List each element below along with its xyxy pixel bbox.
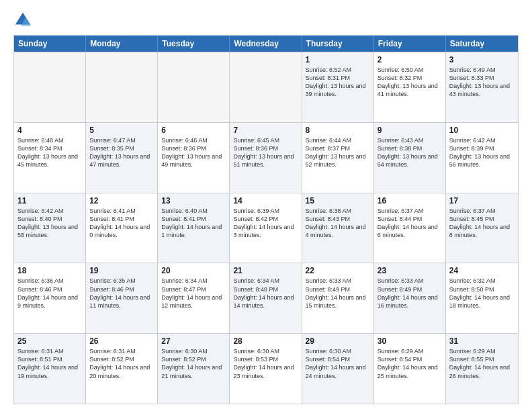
day-number: 26: [89, 336, 154, 346]
day-cell-19: 19Sunrise: 6:35 AM Sunset: 8:46 PM Dayli…: [86, 263, 158, 333]
day-number: 7: [233, 126, 298, 135]
empty-cell-0-0: [14, 52, 86, 122]
day-number: 31: [449, 336, 515, 346]
day-number: 2: [378, 55, 442, 64]
logo-icon: [13, 11, 32, 30]
day-number: 21: [233, 266, 298, 275]
calendar-row-1: 4Sunrise: 6:48 AM Sunset: 8:34 PM Daylig…: [14, 122, 518, 193]
day-number: 24: [449, 266, 515, 275]
day-info: Sunrise: 6:32 AM Sunset: 8:50 PM Dayligh…: [449, 277, 515, 310]
day-info: Sunrise: 6:37 AM Sunset: 8:44 PM Dayligh…: [378, 207, 442, 240]
day-number: 11: [17, 196, 82, 205]
day-info: Sunrise: 6:33 AM Sunset: 8:49 PM Dayligh…: [378, 277, 442, 310]
day-number: 3: [449, 55, 515, 64]
day-info: Sunrise: 6:37 AM Sunset: 8:45 PM Dayligh…: [449, 207, 515, 240]
calendar: SundayMondayTuesdayWednesdayThursdayFrid…: [13, 35, 519, 404]
day-info: Sunrise: 6:39 AM Sunset: 8:42 PM Dayligh…: [233, 207, 298, 240]
day-number: 1: [306, 55, 370, 64]
day-cell-8: 8Sunrise: 6:44 AM Sunset: 8:37 PM Daylig…: [302, 123, 374, 193]
day-number: 28: [233, 336, 298, 346]
day-info: Sunrise: 6:42 AM Sunset: 8:39 PM Dayligh…: [449, 136, 515, 169]
day-info: Sunrise: 6:34 AM Sunset: 8:47 PM Dayligh…: [161, 277, 226, 310]
empty-cell-0-3: [230, 52, 302, 122]
day-info: Sunrise: 6:45 AM Sunset: 8:36 PM Dayligh…: [233, 136, 298, 169]
day-cell-23: 23Sunrise: 6:33 AM Sunset: 8:49 PM Dayli…: [374, 263, 446, 333]
header: [13, 11, 519, 30]
day-number: 14: [233, 196, 298, 205]
day-info: Sunrise: 6:40 AM Sunset: 8:41 PM Dayligh…: [161, 207, 226, 240]
day-cell-31: 31Sunrise: 6:29 AM Sunset: 8:55 PM Dayli…: [446, 334, 518, 404]
day-number: 16: [378, 196, 442, 205]
day-info: Sunrise: 6:44 AM Sunset: 8:37 PM Dayligh…: [306, 136, 370, 169]
day-cell-3: 3Sunrise: 6:49 AM Sunset: 8:33 PM Daylig…: [446, 52, 518, 122]
page: SundayMondayTuesdayWednesdayThursdayFrid…: [0, 0, 532, 411]
day-cell-30: 30Sunrise: 6:29 AM Sunset: 8:54 PM Dayli…: [374, 334, 446, 404]
day-number: 10: [449, 126, 515, 135]
day-info: Sunrise: 6:30 AM Sunset: 8:52 PM Dayligh…: [161, 347, 226, 380]
day-info: Sunrise: 6:47 AM Sunset: 8:35 PM Dayligh…: [89, 136, 154, 169]
day-number: 29: [306, 336, 370, 346]
weekday-header-saturday: Saturday: [446, 36, 518, 52]
day-number: 12: [89, 196, 154, 205]
weekday-header-friday: Friday: [374, 36, 446, 52]
day-number: 6: [161, 126, 226, 135]
day-cell-11: 11Sunrise: 6:42 AM Sunset: 8:40 PM Dayli…: [14, 193, 86, 263]
day-cell-10: 10Sunrise: 6:42 AM Sunset: 8:39 PM Dayli…: [446, 123, 518, 193]
day-cell-16: 16Sunrise: 6:37 AM Sunset: 8:44 PM Dayli…: [374, 193, 446, 263]
day-info: Sunrise: 6:41 AM Sunset: 8:41 PM Dayligh…: [89, 207, 154, 240]
calendar-row-4: 25Sunrise: 6:31 AM Sunset: 8:51 PM Dayli…: [14, 333, 518, 404]
day-number: 4: [17, 126, 82, 135]
day-cell-21: 21Sunrise: 6:34 AM Sunset: 8:48 PM Dayli…: [230, 263, 302, 333]
day-info: Sunrise: 6:34 AM Sunset: 8:48 PM Dayligh…: [233, 277, 298, 310]
day-cell-9: 9Sunrise: 6:43 AM Sunset: 8:38 PM Daylig…: [374, 123, 446, 193]
day-cell-18: 18Sunrise: 6:36 AM Sunset: 8:46 PM Dayli…: [14, 263, 86, 333]
day-cell-17: 17Sunrise: 6:37 AM Sunset: 8:45 PM Dayli…: [446, 193, 518, 263]
day-info: Sunrise: 6:30 AM Sunset: 8:53 PM Dayligh…: [233, 347, 298, 380]
day-info: Sunrise: 6:49 AM Sunset: 8:33 PM Dayligh…: [449, 66, 515, 99]
day-info: Sunrise: 6:43 AM Sunset: 8:38 PM Dayligh…: [378, 136, 442, 169]
day-info: Sunrise: 6:33 AM Sunset: 8:49 PM Dayligh…: [306, 277, 370, 310]
calendar-row-2: 11Sunrise: 6:42 AM Sunset: 8:40 PM Dayli…: [14, 193, 518, 263]
day-number: 23: [378, 266, 442, 275]
day-cell-2: 2Sunrise: 6:50 AM Sunset: 8:32 PM Daylig…: [374, 52, 446, 122]
day-number: 9: [378, 126, 442, 135]
empty-cell-0-1: [86, 52, 158, 122]
day-info: Sunrise: 6:48 AM Sunset: 8:34 PM Dayligh…: [17, 136, 82, 169]
day-number: 18: [17, 266, 82, 275]
weekday-header-thursday: Thursday: [302, 36, 374, 52]
day-info: Sunrise: 6:46 AM Sunset: 8:36 PM Dayligh…: [161, 136, 226, 169]
weekday-header-sunday: Sunday: [14, 36, 86, 52]
day-cell-22: 22Sunrise: 6:33 AM Sunset: 8:49 PM Dayli…: [302, 263, 374, 333]
calendar-body: 1Sunrise: 6:52 AM Sunset: 8:31 PM Daylig…: [14, 52, 518, 404]
day-cell-15: 15Sunrise: 6:38 AM Sunset: 8:43 PM Dayli…: [302, 193, 374, 263]
weekday-header-tuesday: Tuesday: [158, 36, 230, 52]
day-info: Sunrise: 6:29 AM Sunset: 8:55 PM Dayligh…: [449, 347, 515, 380]
day-cell-1: 1Sunrise: 6:52 AM Sunset: 8:31 PM Daylig…: [302, 52, 374, 122]
day-info: Sunrise: 6:35 AM Sunset: 8:46 PM Dayligh…: [89, 277, 154, 310]
day-cell-29: 29Sunrise: 6:30 AM Sunset: 8:54 PM Dayli…: [302, 334, 374, 404]
day-number: 13: [161, 196, 226, 205]
day-info: Sunrise: 6:42 AM Sunset: 8:40 PM Dayligh…: [17, 207, 82, 240]
day-cell-7: 7Sunrise: 6:45 AM Sunset: 8:36 PM Daylig…: [230, 123, 302, 193]
day-cell-25: 25Sunrise: 6:31 AM Sunset: 8:51 PM Dayli…: [14, 334, 86, 404]
day-number: 17: [449, 196, 515, 205]
day-info: Sunrise: 6:31 AM Sunset: 8:51 PM Dayligh…: [17, 347, 82, 380]
day-cell-5: 5Sunrise: 6:47 AM Sunset: 8:35 PM Daylig…: [86, 123, 158, 193]
day-info: Sunrise: 6:36 AM Sunset: 8:46 PM Dayligh…: [17, 277, 82, 310]
logo: [13, 11, 35, 30]
day-cell-4: 4Sunrise: 6:48 AM Sunset: 8:34 PM Daylig…: [14, 123, 86, 193]
day-number: 5: [89, 126, 154, 135]
day-cell-20: 20Sunrise: 6:34 AM Sunset: 8:47 PM Dayli…: [158, 263, 230, 333]
empty-cell-0-2: [158, 52, 230, 122]
day-cell-13: 13Sunrise: 6:40 AM Sunset: 8:41 PM Dayli…: [158, 193, 230, 263]
day-cell-14: 14Sunrise: 6:39 AM Sunset: 8:42 PM Dayli…: [230, 193, 302, 263]
day-number: 30: [378, 336, 442, 346]
day-number: 19: [89, 266, 154, 275]
day-number: 25: [17, 336, 82, 346]
day-cell-24: 24Sunrise: 6:32 AM Sunset: 8:50 PM Dayli…: [446, 263, 518, 333]
calendar-header: SundayMondayTuesdayWednesdayThursdayFrid…: [14, 36, 518, 52]
day-info: Sunrise: 6:50 AM Sunset: 8:32 PM Dayligh…: [378, 66, 442, 99]
day-cell-12: 12Sunrise: 6:41 AM Sunset: 8:41 PM Dayli…: [86, 193, 158, 263]
day-info: Sunrise: 6:29 AM Sunset: 8:54 PM Dayligh…: [378, 347, 442, 380]
day-cell-27: 27Sunrise: 6:30 AM Sunset: 8:52 PM Dayli…: [158, 334, 230, 404]
